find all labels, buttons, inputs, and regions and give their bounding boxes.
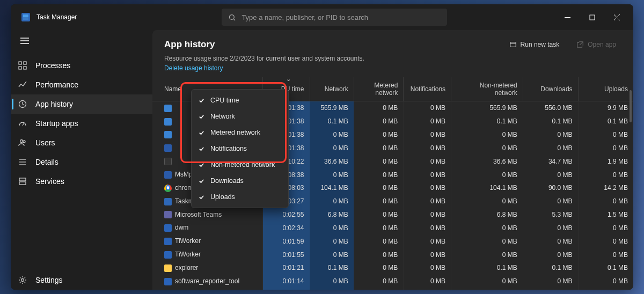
sidebar-item-details[interactable]: Details: [11, 152, 152, 172]
network-cell: 0 MB: [310, 168, 354, 181]
svg-point-16: [23, 141, 25, 143]
table-row[interactable]: dwm 0:02:34 0 MB 0 MB 0 MB 0 MB 0 MB 0 M…: [152, 221, 633, 234]
column-header-non-metered-network[interactable]: Non-metered network: [451, 77, 523, 101]
close-button[interactable]: [604, 9, 629, 26]
sidebar-item-app-history[interactable]: App history: [11, 94, 152, 114]
notifications-cell: 0 MB: [404, 248, 451, 261]
uploads-cell: 0.1 MB: [578, 261, 633, 275]
nonmetered-cell: 0.1 MB: [451, 261, 523, 275]
uploads-cell: 0 MB: [578, 195, 633, 208]
column-header-network[interactable]: Network: [310, 77, 354, 101]
checkmark-icon: [199, 114, 210, 120]
sidebar-item-users[interactable]: Users: [11, 133, 152, 152]
app-icon: [164, 171, 172, 179]
app-icon: [164, 224, 172, 232]
search-placeholder: Type a name, publisher, or PID to search: [241, 13, 368, 21]
chart-icon: [18, 80, 27, 89]
sidebar-item-performance[interactable]: Performance: [11, 75, 152, 94]
sidebar-item-startup-apps[interactable]: Startup apps: [11, 114, 152, 133]
app-name-cell: explorer: [152, 261, 263, 275]
delete-usage-history-link[interactable]: Delete usage history: [152, 64, 633, 72]
titlebar[interactable]: Task Manager Type a name, publisher, or …: [11, 4, 633, 30]
column-header-uploads[interactable]: Uploads: [578, 77, 633, 101]
minimize-button[interactable]: [555, 9, 580, 26]
downloads-cell: 34.7 MB: [523, 155, 578, 168]
sidebar: Processes Performance App history Startu…: [11, 30, 152, 290]
sidebar-item-settings[interactable]: Settings: [11, 270, 152, 290]
app-icon: [164, 264, 172, 272]
svg-line-1: [234, 19, 236, 20]
app-icon: [164, 144, 172, 152]
context-menu-item[interactable]: CPU time: [194, 92, 286, 108]
sidebar-item-services[interactable]: Services: [11, 172, 152, 191]
metered-cell: 0 MB: [354, 141, 404, 155]
context-menu-item[interactable]: Downloads: [194, 173, 286, 189]
cpu-time-cell: 0:02:55: [263, 208, 310, 222]
notifications-cell: 0 MB: [404, 288, 451, 290]
sidebar-item-processes[interactable]: Processes: [11, 56, 152, 75]
column-header-notifications[interactable]: Notifications: [404, 77, 451, 101]
app-name-cell: wuaucltcore: [152, 288, 263, 290]
cpu-time-cell: 0:01:14: [263, 275, 310, 288]
notifications-cell: 0 MB: [404, 115, 451, 128]
table-row[interactable]: software_reporter_tool 0:01:14 0 MB 0 MB…: [152, 275, 633, 288]
network-cell: 104.1 MB: [310, 181, 354, 195]
context-menu-item[interactable]: Uploads: [194, 189, 286, 205]
cpu-time-cell: 0:01:03: [263, 288, 310, 290]
downloads-cell: 0 MB: [523, 195, 578, 208]
nonmetered-cell: 6.8 MB: [451, 208, 523, 222]
notifications-cell: 0 MB: [404, 128, 451, 142]
search-input[interactable]: Type a name, publisher, or PID to search: [222, 9, 447, 26]
sidebar-item-label: Processes: [35, 61, 70, 70]
maximize-button[interactable]: [580, 9, 604, 26]
context-menu-item[interactable]: Notifications: [194, 141, 286, 157]
context-menu-item[interactable]: Metered network: [194, 124, 286, 141]
downloads-cell: 556.0 MB: [523, 101, 578, 115]
context-menu-item[interactable]: Network: [194, 108, 286, 124]
column-header-metered-network[interactable]: Metered network: [354, 77, 404, 101]
context-menu-item[interactable]: Non-metered network: [194, 157, 286, 173]
svg-rect-21: [19, 182, 26, 185]
cpu-time-cell: 0:02:34: [263, 221, 310, 234]
network-cell: 0 MB: [310, 128, 354, 142]
uploads-cell: 14.2 MB: [578, 181, 633, 195]
network-cell: 0 MB: [310, 234, 354, 248]
column-context-menu: CPU timeNetworkMetered networkNotificati…: [191, 89, 289, 208]
downloads-cell: 0 MB: [523, 141, 578, 155]
list-icon: [18, 158, 27, 166]
nonmetered-cell: 104.1 MB: [451, 181, 523, 195]
downloads-cell: 0.1 MB: [523, 261, 578, 275]
app-name-cell: software_reporter_tool: [152, 275, 263, 288]
metered-cell: 0 MB: [354, 248, 404, 261]
table-row[interactable]: wuaucltcore 0:01:03 0 MB 0 MB 0 MB 0 MB …: [152, 288, 633, 290]
network-cell: 6.8 MB: [310, 208, 354, 222]
sidebar-item-label: Services: [35, 177, 64, 186]
run-new-task-button[interactable]: Run new task: [504, 38, 565, 52]
cpu-time-cell: 0:01:21: [263, 261, 310, 275]
checkmark-icon: [199, 146, 210, 152]
page-title: App history: [164, 39, 215, 50]
svg-rect-9: [19, 62, 21, 64]
downloads-cell: 0.1 MB: [523, 115, 578, 128]
column-header-downloads[interactable]: Downloads: [523, 77, 578, 101]
checkmark-icon: [199, 130, 210, 136]
scrollbar-thumb[interactable]: [630, 90, 632, 122]
app-icon: [164, 278, 172, 285]
table-row[interactable]: Microsoft Teams 0:02:55 6.8 MB 0 MB 0 MB…: [152, 208, 633, 222]
uploads-cell: 9.9 MB: [578, 101, 633, 115]
task-manager-window: Task Manager Type a name, publisher, or …: [11, 4, 633, 290]
app-icon: [164, 118, 172, 126]
network-cell: 0 MB: [310, 275, 354, 288]
svg-rect-20: [19, 178, 26, 181]
svg-rect-3: [590, 15, 595, 20]
app-icon: [164, 251, 172, 259]
task-icon: [509, 41, 517, 48]
table-row[interactable]: TiWorker 0:01:55 0 MB 0 MB 0 MB 0 MB 0 M…: [152, 248, 633, 261]
checkmark-icon: [199, 194, 210, 200]
table-row[interactable]: TiWorker 0:01:59 0 MB 0 MB 0 MB 0 MB 0 M…: [152, 234, 633, 248]
table-row[interactable]: explorer 0:01:21 0.1 MB 0 MB 0 MB 0.1 MB…: [152, 261, 633, 275]
network-cell: 0 MB: [310, 248, 354, 261]
hamburger-button[interactable]: [11, 30, 152, 52]
context-menu-label: Notifications: [210, 145, 247, 152]
metered-cell: 0 MB: [354, 208, 404, 222]
